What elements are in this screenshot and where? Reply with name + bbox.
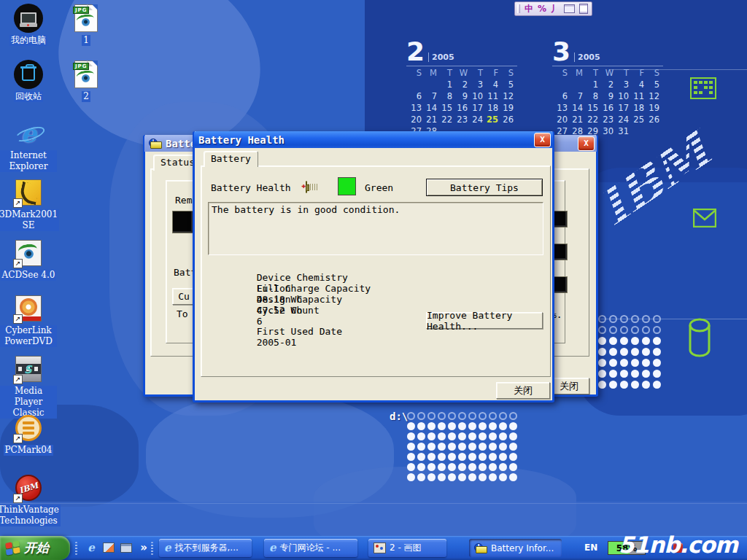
calendar-day: 1 (437, 79, 452, 90)
dot (653, 315, 661, 323)
dot (653, 326, 661, 334)
language-bar-grip[interactable] (517, 4, 520, 13)
desktop-icon-jpg-1[interactable]: JPG 1 (58, 3, 115, 46)
start-button[interactable]: 开始 (0, 536, 70, 560)
improve-battery-health-button[interactable]: Improve Battery Health... (426, 312, 543, 329)
ime-punct-icon[interactable]: 丿 (551, 4, 560, 13)
jpg-file-icon: JPG (74, 61, 98, 88)
calendar-day: 14 (568, 103, 583, 113)
calendar-month: 3 (552, 41, 570, 63)
field-label: Cycle Count (257, 305, 381, 316)
desktop-icon-recycle-bin[interactable]: 回收站 (0, 59, 57, 102)
dot (407, 473, 415, 481)
calendar-day: 15 (583, 103, 598, 113)
dot (489, 453, 497, 461)
calendar-day: 3 (468, 79, 483, 90)
shortcut-arrow-icon: ↗ (13, 314, 23, 324)
dot (417, 473, 425, 481)
desktop-icon-powerdvd[interactable]: ↗ CyberLink PowerDVD (0, 293, 57, 347)
close-button[interactable]: 关闭 (549, 378, 589, 394)
dot (427, 443, 436, 451)
dot (438, 463, 446, 471)
desktop-icon-acdsee[interactable]: ↗ ACDSee 4.0 (0, 238, 57, 281)
ime-chinese-icon[interactable]: 中 (525, 4, 533, 13)
calendar-weekday: M (422, 68, 437, 78)
calendar-day: 8 (437, 91, 452, 101)
battery-gauge (552, 244, 568, 260)
taskbar-button-paint[interactable]: 2 - 画图 (368, 539, 446, 557)
dot (489, 422, 497, 430)
calendar-day: 7 (568, 91, 583, 101)
tray-battery-meter[interactable]: 58% (608, 541, 646, 555)
dot (499, 463, 507, 471)
dot (509, 422, 517, 430)
dot (468, 432, 476, 440)
dot (438, 473, 446, 481)
close-icon[interactable]: X (534, 133, 551, 147)
language-bar[interactable]: 中 % 丿 (514, 1, 592, 16)
dot (407, 412, 415, 420)
dot (448, 463, 456, 471)
dot (631, 381, 639, 389)
dot (598, 370, 606, 378)
condition-textbox[interactable]: The battery is in good condition. (208, 202, 543, 255)
quick-launch-show-desktop-icon[interactable] (120, 541, 133, 554)
desktop-icon-media-player-classic[interactable]: S ↗ Media Player Classic (0, 354, 57, 419)
dot (407, 432, 415, 440)
dot (653, 370, 661, 378)
dot (468, 453, 476, 461)
battery-tips-button[interactable]: Battery Tips (426, 179, 543, 196)
dot (407, 463, 415, 471)
drive-label: d:\ (390, 411, 408, 422)
dot (631, 370, 639, 378)
title-bar[interactable]: Battery Health X (194, 131, 553, 148)
desktop-icon-pcmark04[interactable]: ↗ PCMark04 (0, 413, 57, 456)
calendar-day: 11 (629, 91, 644, 101)
desktop-icon-3dmark2001[interactable]: ↗ 3DMark2001 SE (0, 177, 57, 231)
ime-mode-icon[interactable]: % (538, 4, 546, 13)
desktop-icon-my-computer[interactable]: 我的电脑 (0, 3, 57, 46)
taskbar-button-battery-information[interactable]: ! Battery Infor... (469, 539, 562, 557)
tray-red-icon[interactable] (673, 543, 683, 553)
grid-icon (690, 77, 716, 99)
dot (509, 463, 517, 471)
dot (598, 359, 606, 367)
desktop-icon-internet-explorer[interactable]: e Internet Explorer (0, 118, 57, 172)
quick-launch-mail-icon[interactable] (102, 541, 115, 554)
calendar-day: 18 (629, 103, 644, 113)
icon-label: 2 (82, 91, 90, 102)
calendar-day: 5 (644, 79, 659, 90)
dot (499, 453, 507, 461)
calendar-day: 11 (483, 91, 498, 101)
calendar-year: 2005 (574, 52, 600, 62)
language-menu-icon[interactable] (579, 4, 588, 14)
calendar-weekday: F (483, 68, 498, 78)
calendar-day: 7 (422, 91, 437, 101)
dot (468, 412, 476, 420)
field-row: First Used Date 2005-01 (211, 315, 381, 348)
dot (479, 463, 487, 471)
taskbar-button-ie-1[interactable]: e 找不到服务器,... (159, 539, 252, 557)
calendar-day: 23 (598, 114, 614, 125)
language-indicator[interactable]: EN (584, 542, 597, 553)
keyboard-icon[interactable] (564, 4, 575, 13)
desktop-icon-thinkvantage[interactable]: IBM ↗ ThinkVantage Technologies (0, 472, 57, 526)
shortcut-arrow-icon: ↗ (13, 434, 23, 443)
taskbar-button-ie-2[interactable]: e 专门网论坛 - ... (264, 539, 357, 557)
close-icon[interactable]: X (578, 136, 595, 151)
close-button[interactable]: 关闭 (496, 382, 550, 399)
calendar-day: 9 (452, 91, 468, 101)
dot (407, 443, 415, 451)
recycle-bin-icon (14, 60, 43, 89)
tab-battery[interactable]: Battery (204, 151, 258, 167)
dot (417, 463, 425, 471)
quick-launch-ie-icon[interactable]: e (85, 541, 98, 554)
calendar-day: 10 (614, 91, 629, 101)
quick-launch-overflow-chevron[interactable]: » (137, 541, 150, 554)
calendar-day: 2 (452, 79, 468, 90)
dot (417, 422, 425, 430)
desktop-icon-jpg-2[interactable]: JPG 2 (58, 59, 115, 102)
dot (642, 337, 650, 345)
calendar-day: 31 (614, 126, 629, 136)
dot (499, 412, 507, 420)
